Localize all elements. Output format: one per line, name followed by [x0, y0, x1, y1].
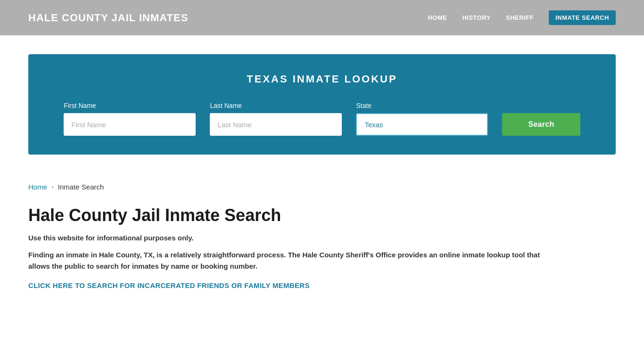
first-name-group: First Name — [64, 102, 196, 136]
last-name-group: Last Name — [210, 102, 342, 136]
main-content: Hale County Jail Inmate Search Use this … — [0, 200, 644, 309]
breadcrumb: Home • Inmate Search — [0, 173, 644, 200]
search-button[interactable]: Search — [502, 113, 580, 136]
first-name-label: First Name — [64, 102, 196, 109]
header: HALE COUNTY JAIL INMATES HOME HISTORY SH… — [0, 0, 644, 35]
click-here-link[interactable]: CLICK HERE to Search for Incarcerated Fr… — [28, 281, 310, 289]
first-name-input[interactable] — [64, 113, 196, 136]
state-label: State — [356, 102, 488, 109]
last-name-label: Last Name — [210, 102, 342, 109]
nav-inmate-search[interactable]: INMATE SEARCH — [549, 10, 616, 25]
breadcrumb-separator: • — [52, 185, 53, 189]
search-form: First Name Last Name State Search — [52, 102, 592, 136]
breadcrumb-current: Inmate Search — [58, 183, 104, 191]
page-title: Hale County Jail Inmate Search — [28, 205, 616, 225]
main-nav: HOME HISTORY SHERIFF INMATE SEARCH — [428, 10, 616, 25]
state-group: State — [356, 102, 488, 136]
search-button-wrapper: Search — [502, 113, 580, 136]
nav-sheriff[interactable]: SHERIFF — [506, 14, 534, 21]
nav-home[interactable]: HOME — [428, 14, 447, 21]
search-section-title: TEXAS INMATE LOOKUP — [52, 73, 592, 85]
state-input[interactable] — [356, 113, 488, 136]
info-line1: Use this website for informational purpo… — [28, 234, 616, 242]
info-paragraph: Finding an inmate in Hale County, TX, is… — [28, 249, 547, 272]
site-title: HALE COUNTY JAIL INMATES — [28, 12, 188, 24]
nav-history[interactable]: HISTORY — [462, 14, 491, 21]
breadcrumb-home[interactable]: Home — [28, 183, 47, 191]
last-name-input[interactable] — [210, 113, 342, 136]
search-section: TEXAS INMATE LOOKUP First Name Last Name… — [28, 54, 616, 155]
